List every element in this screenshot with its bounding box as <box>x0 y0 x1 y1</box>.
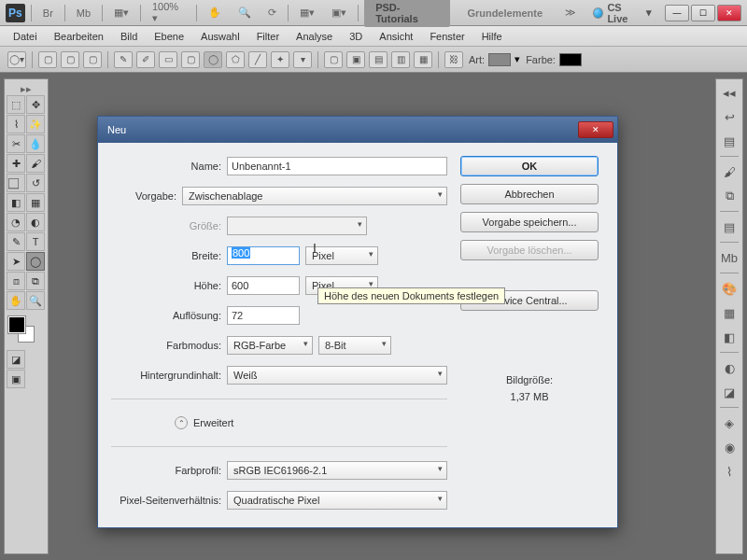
cs-live-button[interactable]: CS Live ▾ <box>593 2 652 24</box>
color-swatches[interactable] <box>7 316 44 346</box>
stamp-tool[interactable]: ⃞ <box>7 174 25 192</box>
3d-tool[interactable]: ⧈ <box>7 272 25 290</box>
cancel-button[interactable]: Abbrechen <box>460 184 599 204</box>
zoom-tool[interactable]: 🔍 <box>26 291 45 310</box>
pen-icon[interactable]: ✎ <box>114 51 133 68</box>
path-select-tool[interactable]: ➤ <box>7 252 25 271</box>
screenmode-tool[interactable]: ▣ <box>7 370 25 388</box>
hand-tool[interactable]: ✋ <box>7 291 25 310</box>
name-field[interactable] <box>227 157 447 175</box>
eyedropper-tool[interactable]: 💧 <box>26 134 45 153</box>
aspect-dropdown[interactable]: Quadratische Pixel <box>227 491 447 510</box>
round-rect-icon[interactable]: ▢ <box>181 51 200 68</box>
crop-tool[interactable]: ✂ <box>7 134 25 153</box>
bridge-icon[interactable]: Br <box>37 6 59 21</box>
screen-mode-icon[interactable]: ▣▾ <box>326 5 352 21</box>
minimize-button[interactable]: — <box>665 5 689 21</box>
color-panel-icon[interactable]: 🎨 <box>720 279 739 298</box>
more-workspaces-icon[interactable]: ≫ <box>559 5 582 21</box>
marquee-tool[interactable]: ⬚ <box>7 95 25 114</box>
style-swatch[interactable] <box>488 53 511 66</box>
wand-tool[interactable]: ✨ <box>26 115 45 133</box>
path-icon[interactable]: ▢ <box>61 51 79 68</box>
combine-subtract-icon[interactable]: ▤ <box>369 51 388 68</box>
arrange-docs-icon[interactable]: ▦▾ <box>294 5 320 21</box>
menu-analyse[interactable]: Analyse <box>289 29 340 44</box>
save-preset-button[interactable]: Vorgabe speichern... <box>460 212 599 232</box>
line-icon[interactable]: ╱ <box>248 51 267 68</box>
menu-ebene[interactable]: Ebene <box>147 29 191 44</box>
workspace-tab-1[interactable]: PSD-Tutorials <box>364 0 450 27</box>
freeform-pen-icon[interactable]: ✐ <box>136 51 155 68</box>
custom-shape-icon[interactable]: ✦ <box>271 51 289 68</box>
history-brush-tool[interactable]: ↺ <box>26 174 45 192</box>
dialog-titlebar[interactable]: Neu ✕ <box>98 117 617 143</box>
minibridge-panel-icon[interactable]: Mb <box>720 248 739 267</box>
combine-exclude-icon[interactable]: ▦ <box>414 51 432 68</box>
combine-new-icon[interactable]: ▢ <box>324 51 343 68</box>
menu-filter[interactable]: Filter <box>249 29 287 44</box>
fg-color-swatch[interactable] <box>8 316 25 333</box>
polygon-icon[interactable]: ⬠ <box>226 51 245 68</box>
heal-tool[interactable]: ✚ <box>7 154 25 173</box>
height-field[interactable] <box>227 276 300 295</box>
quickmask-tool[interactable]: ◪ <box>7 350 25 369</box>
menu-3d[interactable]: 3D <box>342 29 370 44</box>
menu-datei[interactable]: Datei <box>6 29 45 44</box>
shape-tool[interactable]: ◯ <box>26 252 45 271</box>
brush-tool[interactable]: 🖌 <box>26 154 45 173</box>
preset-dropdown[interactable]: Zwischenablage <box>182 187 447 205</box>
colormode-dropdown[interactable]: RGB-Farbe <box>227 336 313 355</box>
adjustments-panel-icon[interactable]: ◐ <box>720 358 739 377</box>
tool-preset-icon[interactable]: ◯▾ <box>7 51 26 68</box>
ok-button[interactable]: OK <box>460 156 599 176</box>
color-swatch[interactable] <box>559 53 582 66</box>
move-tool[interactable]: ✥ <box>26 95 45 114</box>
close-button[interactable]: ✕ <box>717 5 741 21</box>
zoom-tool-icon[interactable]: 🔍 <box>233 5 257 21</box>
dialog-close-button[interactable]: ✕ <box>578 121 613 138</box>
eraser-tool[interactable]: ◧ <box>7 193 25 212</box>
swatches-panel-icon[interactable]: ▦ <box>720 303 739 322</box>
panel-collapse-icon[interactable]: ▸▸ <box>7 83 46 95</box>
advanced-expander[interactable]: ⌃ Erweitert <box>175 416 233 429</box>
rotate-view-icon[interactable]: ⟳ <box>262 5 282 21</box>
width-unit-dropdown[interactable]: Pixel <box>305 246 378 265</box>
menu-hilfe[interactable]: Hilfe <box>474 29 510 44</box>
clone-panel-icon[interactable]: ⧉ <box>720 187 739 205</box>
shape-options-icon[interactable]: ▾ <box>293 51 312 68</box>
layers2-panel-icon[interactable]: ◈ <box>720 413 739 432</box>
blur-tool[interactable]: ◔ <box>7 213 25 231</box>
actions-panel-icon[interactable]: ▤ <box>720 132 739 150</box>
combine-intersect-icon[interactable]: ▥ <box>391 51 410 68</box>
gradient-tool[interactable]: ▦ <box>26 193 45 212</box>
view-extras-icon[interactable]: ▦▾ <box>108 5 134 21</box>
maximize-button[interactable]: ☐ <box>691 5 715 21</box>
menu-bearbeiten[interactable]: Bearbeiten <box>47 29 111 44</box>
pen-tool[interactable]: ✎ <box>7 232 25 251</box>
menu-ansicht[interactable]: Ansicht <box>372 29 420 44</box>
fill-pixels-icon[interactable]: ▢ <box>83 51 102 68</box>
brushes-panel-icon[interactable]: 🖌 <box>720 162 739 181</box>
profile-dropdown[interactable]: sRGB IEC61966-2.1 <box>227 461 447 480</box>
menu-bild[interactable]: Bild <box>113 29 145 44</box>
channels-panel-icon[interactable]: ◉ <box>720 438 739 456</box>
dodge-tool[interactable]: ◐ <box>26 213 45 231</box>
zoom-level-dropdown[interactable]: 100% ▾ <box>147 0 190 26</box>
type-tool[interactable]: T <box>26 232 45 251</box>
paths-panel-icon[interactable]: ⌇ <box>720 462 739 481</box>
background-dropdown[interactable]: Weiß <box>227 366 447 385</box>
lasso-tool[interactable]: ⌇ <box>7 115 25 133</box>
workspace-tab-2[interactable]: Grundelemente <box>456 5 554 21</box>
menu-fenster[interactable]: Fenster <box>422 29 472 44</box>
resolution-field[interactable] <box>227 306 300 325</box>
styles-panel-icon[interactable]: ◧ <box>720 328 739 346</box>
masks-panel-icon[interactable]: ◪ <box>720 383 739 401</box>
3d-camera-tool[interactable]: ⧉ <box>26 272 45 290</box>
hand-tool-icon[interactable]: ✋ <box>203 5 227 21</box>
link-icon[interactable]: ⛓ <box>444 51 463 68</box>
bitdepth-dropdown[interactable]: 8-Bit <box>318 336 391 355</box>
shape-layer-icon[interactable]: ▢ <box>38 51 57 68</box>
combine-add-icon[interactable]: ▣ <box>346 51 365 68</box>
minibridge-icon[interactable]: Mb <box>71 6 96 21</box>
